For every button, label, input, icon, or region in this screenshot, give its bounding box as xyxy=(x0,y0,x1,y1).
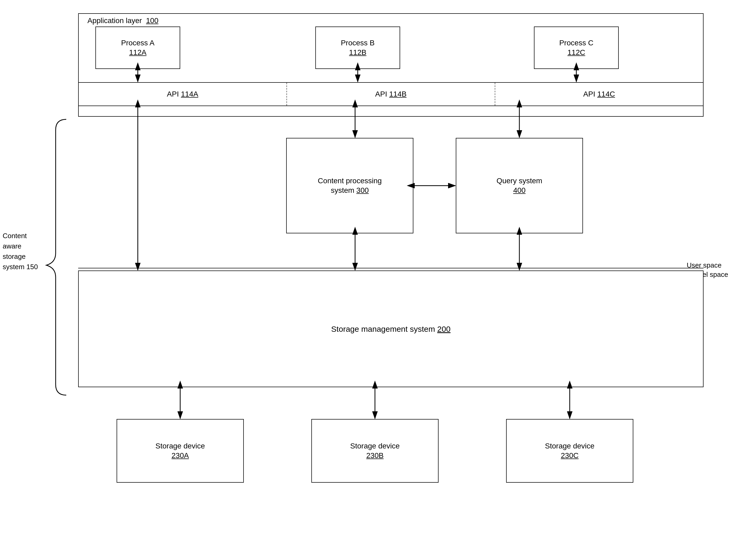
process-a-box: Process A 112A xyxy=(96,27,180,69)
sms-box: Storage management system 200 xyxy=(78,270,703,387)
cas-label: Content aware storage system 150 xyxy=(3,231,38,272)
qs-box: Query system 400 xyxy=(456,138,583,234)
user-space-label: User space xyxy=(687,261,722,270)
app-layer-title: Application layer 100 xyxy=(88,16,158,25)
process-b-box: Process B 112B xyxy=(315,27,400,69)
diagram-container: Application layer 100 Process A 112A Pro… xyxy=(0,0,756,541)
sd-c-box: Storage device 230C xyxy=(506,419,633,483)
api-b-section: API 114B xyxy=(287,83,495,106)
api-c-section: API 114C xyxy=(495,83,703,106)
process-c-box: Process C 112C xyxy=(534,27,619,69)
sd-a-box: Storage device 230A xyxy=(117,419,244,483)
api-bar: API 114A API 114B API 114C xyxy=(78,82,703,106)
divider-line xyxy=(78,268,703,269)
sd-b-box: Storage device 230B xyxy=(311,419,438,483)
api-a-section: API 114A xyxy=(79,83,287,106)
cps-box: Content processing system 300 xyxy=(286,138,413,234)
